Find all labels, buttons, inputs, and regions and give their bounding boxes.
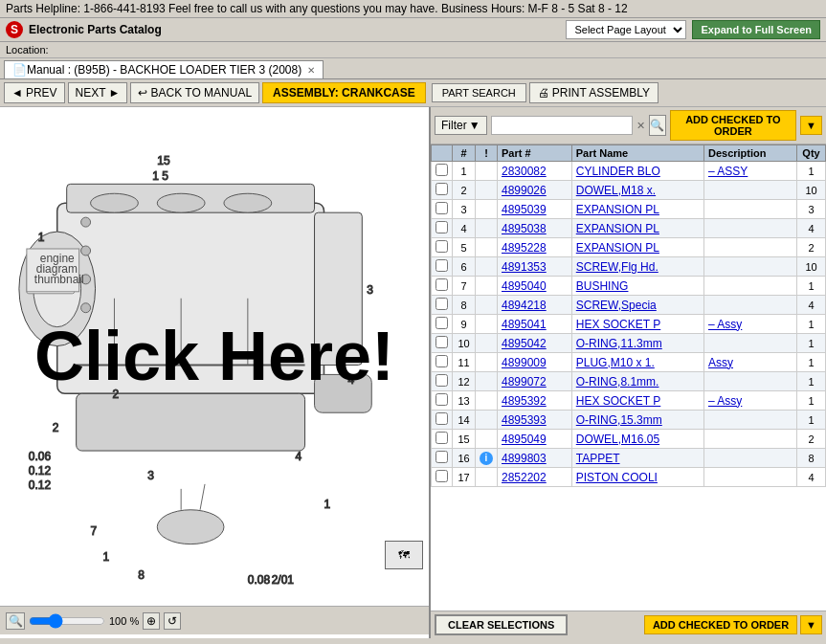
row-checkbox[interactable]: [435, 336, 448, 348]
row-checkbox[interactable]: [435, 278, 448, 291]
partname-link[interactable]: O-RING,8.1mm.: [576, 375, 659, 389]
partname-link[interactable]: DOWEL,M18 x.: [576, 184, 656, 197]
manual-tab[interactable]: 📄 Manual : (B95B) - BACKHOE LOADER TIER …: [4, 60, 324, 78]
zoom-reset-button[interactable]: ↺: [164, 612, 181, 630]
row-checkbox-cell[interactable]: [432, 181, 453, 200]
row-checkbox[interactable]: [435, 393, 448, 406]
row-partnum[interactable]: 2830082: [498, 162, 572, 181]
map-icon-button[interactable]: 🗺: [385, 541, 423, 569]
row-checkbox[interactable]: [435, 470, 448, 482]
row-checkbox-cell[interactable]: [432, 257, 453, 277]
row-checkbox-cell[interactable]: [432, 162, 453, 181]
row-partnum[interactable]: 4895040: [498, 277, 572, 296]
partname-link[interactable]: EXPANSION PL: [576, 203, 659, 216]
part-desc-link[interactable]: – ASSY: [708, 165, 748, 178]
row-checkbox-cell[interactable]: [432, 296, 453, 315]
row-checkbox[interactable]: [435, 412, 448, 425]
zoom-in-button[interactable]: ⊕: [143, 612, 160, 630]
row-partnum[interactable]: 2852202: [498, 468, 572, 487]
row-partnum[interactable]: 4899009: [498, 353, 572, 372]
zoom-slider[interactable]: [29, 613, 105, 629]
row-checkbox[interactable]: [435, 164, 448, 176]
row-partname[interactable]: EXPANSION PL: [571, 200, 703, 219]
row-partname[interactable]: HEX SOCKET P: [571, 315, 703, 334]
row-checkbox[interactable]: [435, 221, 448, 233]
row-desc[interactable]: – Assy: [703, 315, 796, 334]
partnum-link[interactable]: 4895049: [502, 433, 547, 446]
expand-button[interactable]: Expand to Full Screen: [692, 20, 820, 39]
partnum-link[interactable]: 4899009: [502, 356, 547, 369]
row-checkbox-cell[interactable]: [432, 238, 453, 257]
partnum-link[interactable]: 4895038: [502, 222, 547, 235]
row-checkbox-cell[interactable]: [432, 200, 453, 219]
row-checkbox-cell[interactable]: [432, 411, 453, 430]
tab-close-icon[interactable]: ✕: [307, 65, 315, 76]
row-desc[interactable]: – ASSY: [703, 162, 796, 181]
partnum-link[interactable]: 4899803: [502, 452, 547, 465]
partnum-link[interactable]: 4895042: [502, 337, 547, 350]
back-to-manual-button[interactable]: ↩ BACK TO MANUAL: [130, 82, 259, 103]
row-checkbox[interactable]: [435, 202, 448, 214]
row-partname[interactable]: CYLINDER BLO: [571, 162, 703, 181]
row-partname[interactable]: DOWEL,M18 x.: [571, 181, 703, 200]
row-checkbox-cell[interactable]: [432, 334, 453, 353]
partnum-link[interactable]: 4899072: [502, 375, 547, 389]
row-partname[interactable]: SCREW,Flg Hd.: [571, 257, 703, 277]
row-partname[interactable]: O-RING,8.1mm.: [571, 372, 703, 391]
row-checkbox-cell[interactable]: [432, 391, 453, 411]
row-partnum[interactable]: 4895038: [498, 219, 572, 238]
filter-clear-button[interactable]: ✕: [636, 120, 645, 132]
partname-link[interactable]: O-RING,11.3mm: [576, 337, 662, 350]
row-checkbox[interactable]: [435, 183, 448, 195]
row-partname[interactable]: SCREW,Specia: [571, 296, 703, 315]
row-checkbox[interactable]: [435, 451, 448, 463]
row-partnum[interactable]: 4891353: [498, 257, 572, 277]
partnum-link[interactable]: 4895228: [502, 241, 547, 255]
partname-link[interactable]: HEX SOCKET P: [576, 394, 660, 408]
filter-search-button[interactable]: 🔍: [649, 115, 666, 136]
row-checkbox-cell[interactable]: [432, 277, 453, 296]
partnum-link[interactable]: 4895041: [502, 318, 547, 331]
partname-link[interactable]: CYLINDER BLO: [576, 165, 660, 178]
partname-link[interactable]: O-RING,15.3mm: [576, 413, 662, 427]
row-checkbox[interactable]: [435, 240, 448, 253]
row-checkbox-cell[interactable]: [432, 430, 453, 449]
next-button[interactable]: NEXT ►: [68, 82, 128, 103]
partnum-link[interactable]: 4894218: [502, 299, 547, 312]
partname-link[interactable]: SCREW,Specia: [576, 299, 657, 312]
layout-select[interactable]: Select Page Layout: [566, 20, 686, 39]
row-checkbox-cell[interactable]: [432, 219, 453, 238]
row-partname[interactable]: BUSHING: [571, 277, 703, 296]
row-checkbox[interactable]: [435, 355, 448, 367]
partname-link[interactable]: SCREW,Flg Hd.: [576, 260, 659, 274]
info-icon[interactable]: i: [480, 452, 493, 465]
partname-link[interactable]: HEX SOCKET P: [576, 318, 660, 331]
row-partnum[interactable]: 4895042: [498, 334, 572, 353]
row-checkbox[interactable]: [435, 317, 448, 329]
partname-link[interactable]: DOWEL,M16.05: [576, 433, 659, 446]
row-checkbox[interactable]: [435, 259, 448, 272]
row-partname[interactable]: PISTON COOLI: [571, 468, 703, 487]
partname-link[interactable]: EXPANSION PL: [576, 222, 659, 235]
footer-add-to-order-dropdown[interactable]: ▼: [800, 615, 822, 634]
add-to-order-button[interactable]: ADD CHECKED TO ORDER: [670, 110, 796, 141]
partnum-link[interactable]: 4899026: [502, 184, 547, 197]
row-partname[interactable]: PLUG,M10 x 1.: [571, 353, 703, 372]
partnum-link[interactable]: 4891353: [502, 260, 547, 274]
row-partname[interactable]: DOWEL,M16.05: [571, 430, 703, 449]
row-checkbox[interactable]: [435, 298, 448, 310]
row-checkbox-cell[interactable]: [432, 315, 453, 334]
filter-input[interactable]: [491, 116, 633, 135]
row-partnum[interactable]: 4895228: [498, 238, 572, 257]
parts-table-container[interactable]: # ! Part # Part Name Description Qty 1 2…: [431, 144, 826, 611]
partname-link[interactable]: TAPPET: [576, 452, 620, 465]
prev-button[interactable]: ◄ PREV: [4, 82, 65, 103]
partnum-link[interactable]: 2830082: [502, 165, 547, 178]
row-partname[interactable]: EXPANSION PL: [571, 219, 703, 238]
partnum-link[interactable]: 2852202: [502, 471, 547, 484]
row-checkbox-cell[interactable]: [432, 372, 453, 391]
print-assembly-button[interactable]: 🖨 PRINT ASSEMBLY: [529, 82, 659, 103]
row-partnum[interactable]: 4899072: [498, 372, 572, 391]
row-desc[interactable]: Assy: [703, 353, 796, 372]
row-partnum[interactable]: 4895393: [498, 411, 572, 430]
